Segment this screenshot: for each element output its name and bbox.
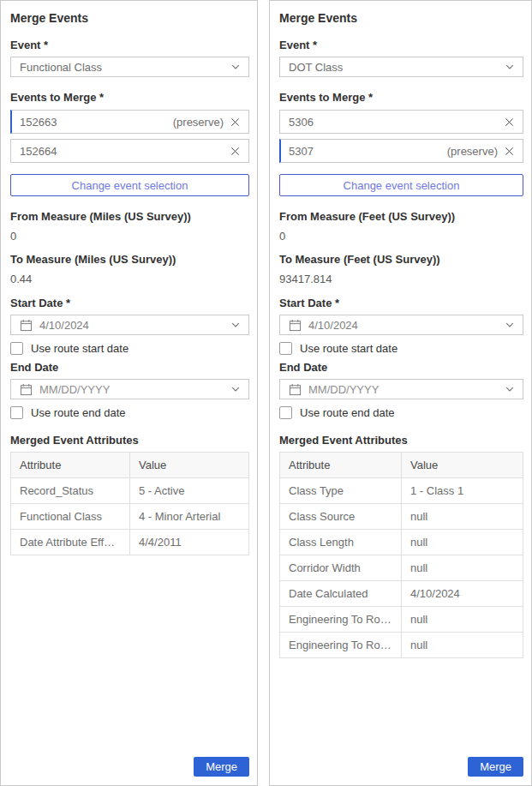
event-to-merge-input[interactable]: 5307 (preserve) [279, 139, 523, 163]
events-to-merge-label: Events to Merge * [10, 91, 249, 104]
checkbox-label: Use route start date [300, 342, 398, 355]
chevron-down-icon [230, 384, 241, 394]
merged-attributes-label: Merged Event Attributes [279, 434, 523, 447]
merged-attributes-table: AttributeValueRecord_Status5 - ActiveFun… [10, 452, 249, 555]
end-date-input[interactable]: MM/DD/YYYY [279, 379, 523, 399]
from-measure-label: From Measure (Feet (US Survey)) [279, 210, 523, 223]
attribute-cell: Class Length [280, 530, 402, 555]
value-cell: null [402, 607, 523, 633]
value-cell: 1 - Class 1 [402, 478, 523, 504]
chevron-down-icon [230, 320, 241, 330]
table-row: Functional Class4 - Minor Arterial [11, 504, 249, 530]
end-date-value: MM/DD/YYYY [308, 383, 505, 396]
column-header: Value [402, 453, 523, 478]
panel-title: Merge Events [279, 11, 523, 25]
attribute-cell: Engineering To Route ... [280, 633, 402, 658]
checkbox[interactable] [10, 406, 23, 419]
attribute-cell: Class Source [280, 504, 402, 530]
calendar-icon [289, 319, 302, 332]
clear-icon[interactable] [504, 117, 515, 128]
checkbox[interactable] [279, 406, 292, 419]
attribute-cell: Record_Status [11, 478, 130, 504]
event-to-merge-input[interactable]: 5306 [279, 110, 523, 134]
table-row: Date Attribute Effective4/4/2011 [11, 530, 249, 555]
checkbox-label: Use route end date [31, 406, 126, 419]
event-select-value: DOT Class [289, 61, 505, 74]
event-label: Event * [10, 39, 249, 51]
table-row: Class Lengthnull [280, 530, 523, 555]
calendar-icon [20, 383, 33, 396]
merged-attributes-table: AttributeValueClass Type1 - Class 1Class… [279, 452, 523, 658]
end-date-input[interactable]: MM/DD/YYYY [10, 379, 249, 399]
start-date-label: Start Date * [279, 297, 523, 309]
end-date-value: MM/DD/YYYY [39, 383, 230, 396]
change-event-selection-button[interactable]: Change event selection [10, 174, 249, 196]
merged-attributes-label: Merged Event Attributes [10, 434, 249, 447]
clear-icon[interactable] [504, 146, 515, 157]
event-id: 5306 [289, 116, 504, 129]
clear-icon[interactable] [230, 146, 241, 157]
calendar-icon [20, 319, 33, 332]
checkbox-label: Use route end date [300, 406, 395, 419]
event-select[interactable]: DOT Class [279, 57, 523, 77]
merge-button[interactable]: Merge [468, 757, 523, 777]
start-date-value: 4/10/2024 [308, 319, 505, 332]
to-measure-label: To Measure (Miles (US Survey)) [10, 253, 249, 266]
chevron-down-icon [230, 62, 241, 72]
to-measure-value: 0.44 [10, 273, 249, 285]
table-row: Engineering To Route ...null [280, 633, 523, 658]
checkbox-label: Use route start date [31, 342, 129, 355]
chevron-down-icon [505, 384, 515, 394]
value-cell: null [402, 555, 523, 581]
event-label: Event * [279, 39, 523, 51]
table-row: Class Type1 - Class 1 [280, 478, 523, 504]
value-cell: null [402, 504, 523, 530]
value-cell: null [402, 633, 523, 658]
from-measure-value: 0 [279, 230, 523, 243]
column-header: Attribute [11, 453, 130, 478]
start-date-input[interactable]: 4/10/2024 [10, 315, 249, 335]
to-measure-label: To Measure (Feet (US Survey)) [279, 253, 523, 266]
value-cell: 4 - Minor Arterial [130, 504, 249, 530]
table-row: Class Sourcenull [280, 504, 523, 530]
chevron-down-icon [505, 320, 515, 330]
event-select[interactable]: Functional Class [10, 57, 249, 77]
checkbox[interactable] [279, 342, 292, 355]
attribute-cell: Date Attribute Effective [11, 530, 130, 555]
column-header: Attribute [280, 453, 402, 478]
clear-icon[interactable] [230, 117, 241, 128]
panel-title: Merge Events [10, 11, 249, 25]
end-date-label: End Date [10, 361, 249, 374]
table-header-row: AttributeValue [11, 453, 249, 478]
event-id: 5307 [289, 145, 447, 158]
table-row: Date Calculated4/10/2024 [280, 581, 523, 607]
preserve-tag: (preserve) [173, 116, 224, 129]
use-route-start-date-checkbox[interactable]: Use route start date [279, 342, 523, 355]
calendar-icon [289, 383, 302, 396]
event-to-merge-input[interactable]: 152663 (preserve) [10, 110, 249, 134]
from-measure-value: 0 [10, 230, 249, 243]
end-date-label: End Date [279, 361, 523, 374]
start-date-label: Start Date * [10, 297, 249, 309]
table-row: Engineering To RouteIDnull [280, 607, 523, 633]
use-route-end-date-checkbox[interactable]: Use route end date [279, 406, 523, 419]
preserve-tag: (preserve) [447, 145, 498, 158]
event-id: 152663 [20, 116, 173, 129]
merge-events-panel-left: Merge Events Event * Functional Class Ev… [0, 0, 258, 786]
chevron-down-icon [505, 62, 515, 72]
value-cell: 5 - Active [130, 478, 249, 504]
events-to-merge-label: Events to Merge * [279, 91, 523, 104]
attribute-cell: Date Calculated [280, 581, 402, 607]
change-event-selection-button[interactable]: Change event selection [279, 174, 523, 196]
event-id: 152664 [20, 145, 230, 158]
attribute-cell: Engineering To RouteID [280, 607, 402, 633]
merge-events-panel-right: Merge Events Event * DOT Class Events to… [269, 0, 532, 786]
start-date-value: 4/10/2024 [39, 319, 230, 332]
use-route-end-date-checkbox[interactable]: Use route end date [10, 406, 249, 419]
merge-button[interactable]: Merge [194, 757, 249, 777]
start-date-input[interactable]: 4/10/2024 [279, 315, 523, 335]
use-route-start-date-checkbox[interactable]: Use route start date [10, 342, 249, 355]
event-to-merge-input[interactable]: 152664 [10, 139, 249, 163]
attribute-cell: Functional Class [11, 504, 130, 530]
checkbox[interactable] [10, 342, 23, 355]
